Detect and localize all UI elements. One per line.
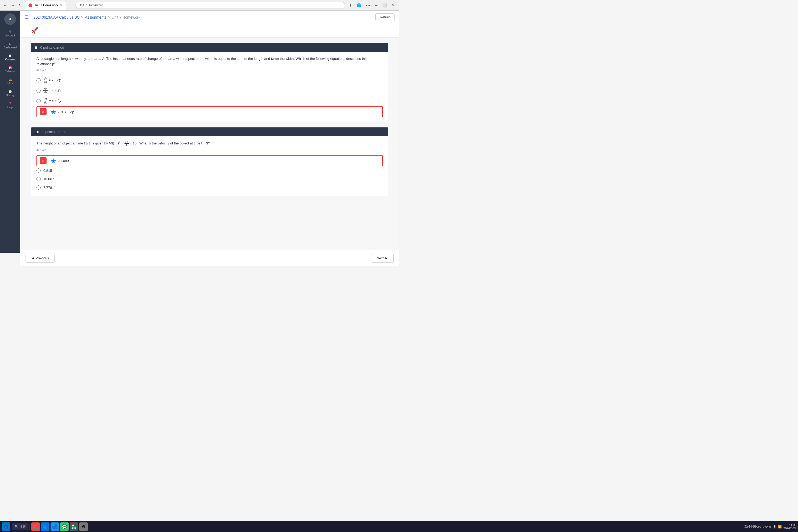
bottom-pagination-bar: ◄ Previous Next ► — [20, 250, 399, 266]
question-9-card: 9 0 points earned A rectangle has length… — [31, 43, 388, 122]
dashboard-icon: ⊞ — [9, 42, 11, 45]
browser-tab[interactable]: Unit 7 Homework ✕ — [25, 1, 66, 10]
question-10-option-b[interactable]: 0.815 — [36, 166, 383, 175]
history-label: History — [6, 94, 14, 97]
breadcrumb-current: Unit 7 Homework — [112, 15, 140, 19]
label-q9c: dAdy = x + 2y — [43, 98, 61, 104]
question-10-option-c[interactable]: 18.667 — [36, 175, 383, 183]
option-q10b-text: 0.815 — [43, 169, 52, 173]
close-btn[interactable]: ✕ — [390, 3, 396, 7]
label-q9b: dAdx = x + 2y — [43, 88, 61, 94]
label-q10d: 7.778 — [43, 186, 52, 190]
questions-area[interactable]: 9 0 points earned A rectangle has length… — [20, 38, 399, 255]
breadcrumb-sep2: > — [108, 15, 110, 19]
sidebar-item-history[interactable]: 🕐 History — [0, 88, 20, 99]
sidebar-item-account[interactable]: 👤 Account — [0, 28, 20, 40]
question-9-option-a[interactable]: dydx = x + 2y — [36, 75, 383, 86]
radio-q10c[interactable] — [36, 177, 41, 181]
browser-chrome: ← → ↻ Unit 7 Homework ✕ Unit 7 Homework … — [0, 0, 399, 11]
question-9-option-b[interactable]: dAdx = x + 2y — [36, 86, 383, 96]
question-9-header: 9 0 points earned — [31, 43, 388, 52]
radio-q9a[interactable] — [36, 78, 41, 82]
history-icon: 🕐 — [8, 90, 12, 93]
formula-q9d: A = x + 2y — [58, 110, 74, 114]
label-q10b: 0.815 — [43, 169, 52, 173]
maximize-btn[interactable]: ⬜ — [381, 3, 388, 7]
question-10-card: 10 0 points earned The height of an obje… — [31, 127, 388, 196]
main-area: ☰ 20240613A AP Calculus BC > Assignments… — [20, 11, 399, 255]
next-button[interactable]: Next ► — [371, 254, 394, 263]
download-btn[interactable]: ⬇ — [347, 3, 354, 7]
question-10-text: The height of an object at time t ≥ 1 is… — [36, 140, 383, 147]
tab-close[interactable]: ✕ — [60, 3, 62, 7]
back-btn[interactable]: ← — [3, 3, 8, 8]
tab-title: Unit 7 Homework — [34, 3, 58, 7]
globe-btn[interactable]: 🌐 — [355, 3, 363, 7]
address-bar[interactable]: Unit 7 Homework — [76, 2, 345, 9]
calendar-icon: 📅 — [8, 66, 12, 69]
question-10-points: 0 points earned — [42, 130, 66, 134]
browser-actions: ⬇ 🌐 ••• ─ ⬜ ✕ — [347, 3, 396, 7]
question-10-code: 4BC75 — [36, 148, 383, 152]
sidebar-item-calendar[interactable]: 📅 Calendar — [0, 63, 20, 76]
radio-q10d[interactable] — [36, 185, 41, 190]
question-9-points: 0 points earned — [40, 45, 64, 50]
wrong-indicator-q10a: ✕ — [40, 157, 46, 164]
sidebar-item-inbox[interactable]: 📥 Inbox — [0, 76, 20, 88]
minimize-btn[interactable]: ─ — [373, 3, 379, 7]
question-9-code: 4BC77 — [36, 68, 383, 72]
formula-q9a: dydx = x + 2y — [43, 78, 61, 82]
sidebar-item-help[interactable]: ❓ Help — [0, 99, 20, 111]
refresh-btn[interactable]: ↻ — [18, 3, 23, 8]
radio-q9c[interactable] — [36, 99, 41, 103]
help-label: Help — [7, 106, 13, 109]
radio-q9b[interactable] — [36, 89, 41, 93]
question-9-body: A rectangle has length x, width y, and a… — [31, 52, 388, 121]
previous-button[interactable]: ◄ Previous — [25, 254, 55, 263]
more-btn[interactable]: ••• — [364, 3, 372, 7]
question-9-option-c[interactable]: dAdy = x + 2y — [36, 96, 383, 106]
label-q9a: dydx = x + 2y — [43, 77, 61, 83]
option-q10d-text: 7.778 — [43, 186, 52, 190]
account-icon: 👤 — [8, 30, 12, 33]
app-logo[interactable]: ✦ — [4, 13, 16, 25]
question-10-number: 10 — [35, 130, 39, 134]
breadcrumb-sep1: > — [81, 15, 83, 19]
breadcrumb-course[interactable]: 20240613A AP Calculus BC — [34, 15, 79, 19]
help-icon: ❓ — [8, 102, 12, 105]
calendar-label: Calendar — [5, 70, 16, 73]
courses-label: Courses — [5, 58, 15, 61]
question-10-formula: h(t) = t2 − 16t + 15 — [109, 141, 137, 145]
formula-q9b: dAdx = x + 2y — [43, 88, 61, 92]
question-10-text-before: The height of an object at time t ≥ 1 is… — [36, 141, 109, 145]
inbox-label: Inbox — [7, 82, 13, 85]
option-q10c-text: 18.667 — [43, 177, 54, 181]
radio-q10b[interactable] — [36, 168, 41, 173]
sidebar-item-courses[interactable]: 📋 Courses — [0, 52, 20, 63]
radio-q9d[interactable] — [51, 110, 56, 114]
forward-btn[interactable]: → — [10, 3, 15, 8]
radio-q10a[interactable] — [51, 158, 56, 163]
question-10-body: The height of an object at time t ≥ 1 is… — [31, 136, 388, 196]
sidebar-item-dashboard[interactable]: ⊞ Dashboard — [0, 40, 20, 52]
return-button[interactable]: Return — [375, 13, 395, 21]
label-q9d: A = x + 2y — [58, 110, 74, 114]
question-10-option-d[interactable]: 7.778 — [36, 183, 383, 192]
question-10-header: 10 0 points earned — [31, 128, 388, 136]
label-q10a: 21.089 — [58, 159, 69, 163]
question-10-option-a[interactable]: ✕ 21.089 — [36, 155, 383, 166]
dashboard-label: Dashboard — [4, 46, 17, 49]
option-q10a-text: 21.089 — [58, 159, 69, 163]
label-q10c: 18.667 — [43, 177, 54, 181]
address-text: Unit 7 Homework — [78, 3, 103, 7]
hamburger-menu[interactable]: ☰ — [24, 14, 29, 20]
breadcrumb: 20240613A AP Calculus BC > Assignments >… — [34, 15, 140, 19]
formula-q9c: dAdy = x + 2y — [43, 99, 61, 103]
top-nav: ☰ 20240613A AP Calculus BC > Assignments… — [20, 11, 399, 24]
courses-icon: 📋 — [8, 54, 12, 57]
breadcrumb-assignments[interactable]: Assignments — [85, 15, 107, 19]
wrong-indicator-q9d: ✕ — [40, 108, 46, 115]
rocket-icon: 🚀 — [31, 27, 38, 34]
inbox-icon: 📥 — [8, 78, 12, 81]
question-9-option-d[interactable]: ✕ A = x + 2y — [36, 106, 383, 117]
